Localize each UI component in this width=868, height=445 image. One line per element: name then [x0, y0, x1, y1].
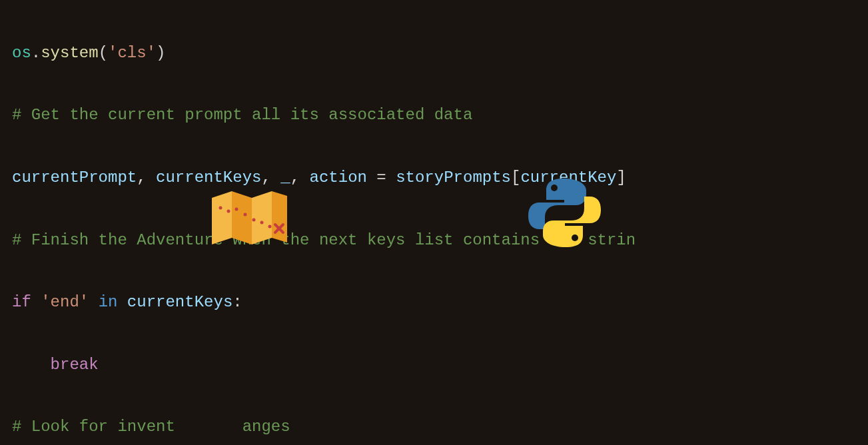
comma: ,: [290, 169, 310, 187]
keyword-if: if: [12, 293, 31, 311]
space: [117, 293, 127, 311]
bracket-close: ]: [616, 169, 626, 187]
string-literal: 'end': [41, 293, 89, 311]
svg-point-4: [219, 207, 222, 210]
keyword-in: in: [99, 293, 118, 311]
method-call: system: [41, 44, 98, 62]
svg-marker-2: [252, 191, 272, 244]
keyword-break: break: [51, 356, 99, 374]
variable: currentPrompt: [12, 169, 137, 187]
code-line-6[interactable]: break: [12, 318, 856, 381]
paren-close: ): [156, 44, 165, 62]
bracket-open: [: [511, 169, 520, 187]
svg-point-5: [227, 210, 230, 213]
code-line-2[interactable]: # Get the current prompt all its associa…: [12, 69, 856, 132]
svg-marker-0: [212, 191, 232, 244]
svg-point-12: [572, 234, 578, 241]
svg-point-9: [260, 221, 264, 224]
svg-marker-3: [272, 191, 287, 242]
svg-point-11: [551, 185, 558, 191]
svg-point-6: [235, 208, 238, 211]
variable: storyPrompts: [396, 169, 511, 187]
treasure-map-icon: [209, 188, 288, 248]
equals: =: [367, 169, 396, 187]
variable: currentKeys: [156, 169, 261, 187]
space: [31, 293, 41, 311]
python-logo-icon: [526, 175, 603, 251]
svg-marker-1: [232, 191, 252, 244]
code-line-5[interactable]: if 'end' in currentKeys:: [12, 256, 856, 318]
space: [89, 293, 98, 311]
comment: # Look for invent anges: [12, 418, 290, 436]
indent: [12, 356, 51, 374]
comma: ,: [261, 169, 280, 187]
variable: currentKeys: [127, 293, 232, 311]
colon: :: [232, 293, 242, 311]
variable: action: [310, 169, 367, 187]
svg-point-8: [252, 219, 256, 222]
svg-point-7: [244, 213, 247, 217]
code-line-1[interactable]: os.system('cls'): [12, 7, 856, 69]
svg-point-10: [268, 225, 272, 228]
comment: # Get the current prompt all its associa…: [12, 106, 472, 124]
string-literal: 'cls': [108, 44, 156, 62]
code-line-4[interactable]: # Finish the Adventure when the next key…: [12, 194, 856, 256]
module-name: os: [12, 44, 31, 62]
comma: ,: [137, 169, 156, 187]
code-line-3[interactable]: currentPrompt, currentKeys, _, action = …: [12, 131, 856, 194]
code-line-7[interactable]: # Look for invent anges: [12, 381, 856, 444]
dot: .: [31, 44, 41, 62]
paren-open: (: [99, 44, 108, 62]
underscore: _: [280, 169, 290, 187]
